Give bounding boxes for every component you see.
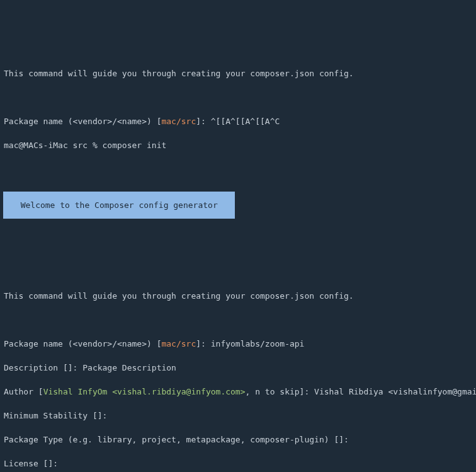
blank-line xyxy=(4,163,472,175)
intro-line-2: This command will guide you through crea… xyxy=(4,290,472,302)
package-name-prompt-1: Package name (<vendor>/<name>) [mac/src]… xyxy=(4,115,472,127)
composer-banner: Welcome to the Composer config generator xyxy=(3,192,235,219)
intro-line: This command will guide you through crea… xyxy=(4,67,472,79)
banner-wrap: Welcome to the Composer config generator xyxy=(4,187,472,230)
blank-line xyxy=(4,266,472,278)
license-prompt: License []: xyxy=(4,458,472,469)
author-prompt: Author [Vishal InfyOm <vishal.ribdiya@in… xyxy=(4,386,472,398)
blank-line xyxy=(4,242,472,254)
min-stability-prompt: Minimum Stability []: xyxy=(4,410,472,422)
author-default: Vishal InfyOm <vishal.ribdiya@infyom.com… xyxy=(43,387,246,396)
blank-line xyxy=(4,314,472,326)
shell-prompt[interactable]: mac@MACs-iMac src % composer init xyxy=(4,139,472,151)
terminal-output: This command will guide you through crea… xyxy=(4,55,472,472)
package-name-prompt-2: Package name (<vendor>/<name>) [mac/src]… xyxy=(4,338,472,350)
pkg-default: mac/src xyxy=(161,117,196,126)
blank-line xyxy=(4,91,472,103)
description-prompt: Description []: Package Description xyxy=(4,362,472,374)
pkg-default: mac/src xyxy=(161,339,196,348)
package-type-prompt: Package Type (e.g. library, project, met… xyxy=(4,434,472,446)
